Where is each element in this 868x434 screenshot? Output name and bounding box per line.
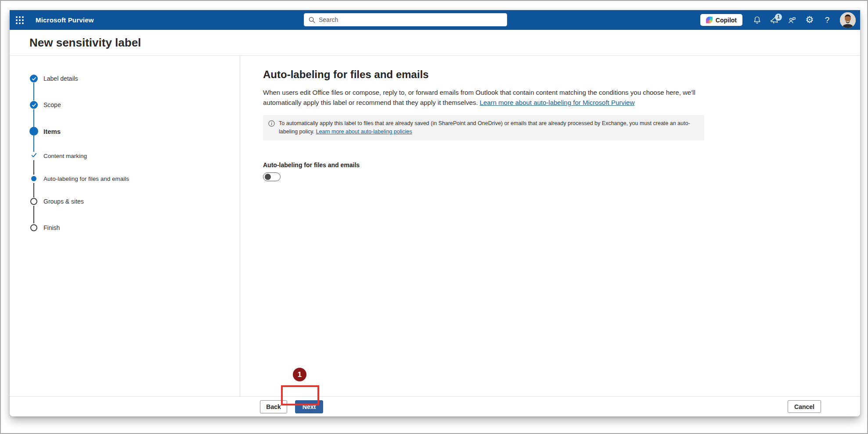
auto-labeling-toggle[interactable] — [263, 172, 281, 181]
next-button[interactable]: Next — [295, 400, 323, 413]
cancel-button[interactable]: Cancel — [788, 400, 821, 413]
step-connector — [33, 83, 34, 100]
search-box[interactable] — [304, 13, 507, 26]
feedback-button[interactable] — [785, 13, 800, 28]
step-current-icon — [29, 127, 38, 136]
gear-icon: ⚙ — [806, 15, 814, 25]
wizard-substep-content-marking[interactable]: Content marking — [43, 153, 87, 159]
check-icon — [31, 152, 37, 158]
wizard-step-finish[interactable]: Finish — [43, 224, 60, 231]
search-input[interactable] — [319, 16, 502, 23]
wizard-step-scope[interactable]: Scope — [43, 101, 61, 108]
main-pane: Auto-labeling for files and emails When … — [240, 56, 860, 396]
search-icon — [309, 17, 315, 23]
wizard-steps: Label details Scope Items Conte — [10, 56, 240, 396]
page-header: New sensitivity label — [10, 30, 860, 56]
check-icon — [32, 76, 36, 81]
page-title: New sensitivity label — [29, 36, 141, 50]
waffle-grid-icon — [15, 16, 24, 25]
learn-more-purview-link[interactable]: Learn more about auto-labeling for Micro… — [480, 99, 635, 106]
learn-more-policies-link[interactable]: Learn more about auto-labeling policies — [316, 129, 412, 135]
info-banner: To automatically apply this label to fil… — [263, 115, 704, 141]
question-mark-icon: ? — [825, 15, 830, 25]
notification-badge: 1 — [775, 14, 782, 21]
back-button[interactable]: Back — [260, 400, 287, 413]
wizard-step-items[interactable]: Items — [43, 128, 61, 135]
info-icon — [268, 120, 275, 127]
footer-bar: Back Next Cancel — [10, 396, 860, 416]
app-launcher-icon[interactable] — [10, 10, 29, 30]
toggle-knob — [265, 174, 271, 180]
step-connector — [33, 206, 34, 223]
info-banner-body: To automatically apply this label to fil… — [279, 119, 698, 136]
wizard-sidebar: Label details Scope Items Conte — [10, 56, 240, 396]
copilot-label: Copilot — [716, 17, 737, 24]
app-title: Microsoft Purview — [36, 16, 94, 24]
step-connector — [33, 136, 34, 152]
auto-labeling-toggle-section: Auto-labeling for files and emails — [263, 161, 843, 181]
top-bar: Microsoft Purview Copilot — [10, 10, 860, 30]
step-upcoming-icon — [30, 198, 37, 205]
help-button[interactable]: ? — [820, 13, 835, 28]
step-connector — [33, 160, 34, 175]
check-icon — [32, 103, 36, 108]
avatar[interactable] — [840, 12, 856, 28]
step-upcoming-icon — [30, 224, 37, 231]
person-feedback-icon — [788, 16, 796, 25]
topbar-actions: Copilot 1 — [700, 10, 856, 30]
avatar-image — [840, 12, 856, 28]
settings-button[interactable]: ⚙ — [802, 13, 817, 28]
wizard-step-label-details[interactable]: Label details — [43, 75, 78, 82]
main-description: When users edit Office files or compose,… — [263, 87, 704, 108]
step-connector — [33, 109, 34, 127]
wizard-substep-auto-labeling[interactable]: Auto-labeling for files and emails — [43, 176, 129, 182]
copilot-icon — [706, 17, 713, 23]
notifications-button[interactable] — [749, 13, 764, 28]
step-completed-icon — [30, 101, 38, 109]
purview-window: Microsoft Purview Copilot — [10, 10, 860, 416]
bell-icon — [753, 16, 761, 24]
wizard-step-groups-sites[interactable]: Groups & sites — [43, 198, 84, 205]
whats-new-button[interactable]: 1 — [767, 13, 782, 28]
step-connector — [33, 183, 34, 197]
main-heading: Auto-labeling for files and emails — [263, 68, 843, 81]
content-area: Label details Scope Items Conte — [10, 56, 860, 396]
copilot-button[interactable]: Copilot — [700, 14, 742, 26]
toggle-label: Auto-labeling for files and emails — [263, 161, 843, 169]
substep-check-icon — [31, 152, 37, 160]
substep-current-icon — [31, 176, 36, 181]
step-completed-icon — [30, 75, 38, 82]
